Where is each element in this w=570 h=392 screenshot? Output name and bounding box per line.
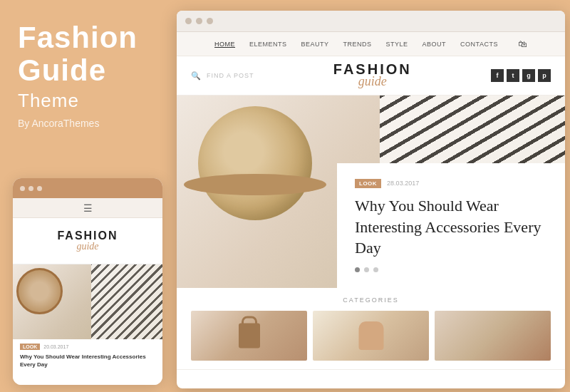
nav-style[interactable]: STYLE [386, 41, 408, 48]
desktop-dot-1 [185, 18, 192, 24]
mobile-logo-guide: guide [57, 241, 118, 252]
mobile-article-title: Why You Should Wear Interesting Accessor… [20, 353, 155, 368]
nav-about[interactable]: ABOUT [423, 41, 447, 48]
desktop-dot-2 [196, 18, 202, 24]
categories-grid [191, 311, 551, 361]
nav-contacts[interactable]: CONTACTS [460, 41, 498, 48]
mobile-logo: FASHION guide [57, 229, 118, 252]
search-icon[interactable]: 🔍 [191, 71, 201, 81]
hero-dots [355, 267, 547, 272]
app-title: Fashion Guide [18, 21, 159, 87]
hero-hat-decoration [198, 106, 312, 220]
categories-section: CATEGORIES [177, 288, 565, 370]
app-by: By AncoraThemes [18, 118, 159, 129]
desktop-header: 🔍 FIND A POST FASHION guide f t g p [177, 56, 565, 96]
desktop-dot-3 [207, 18, 213, 24]
app-subtitle: Theme [18, 90, 159, 112]
category-thumb-1[interactable] [191, 311, 307, 361]
mobile-dot-2 [28, 186, 33, 191]
mobile-stripe-fabric [91, 264, 162, 339]
mobile-look-badge: LOOK [20, 344, 40, 350]
title-line1: Fashion [18, 21, 138, 54]
hero-hat-brim [184, 174, 326, 195]
bag-icon [239, 324, 260, 349]
mobile-preview: ☰ FASHION guide LOOK 20.03.2017 Why You … [13, 178, 162, 385]
nav-elements[interactable]: ELEMENTS [249, 41, 287, 48]
header-logo: FASHION guide [333, 62, 412, 89]
mobile-article-meta: LOOK 20.03.2017 [20, 344, 155, 350]
hero-article-title: Why You Should Wear Interesting Accessor… [355, 195, 547, 259]
category-thumb-3[interactable] [435, 311, 551, 361]
category-thumb-2[interactable] [313, 311, 429, 361]
hero-slider: LOOK 28.03.2017 Why You Should Wear Inte… [177, 96, 565, 288]
mobile-dot-1 [20, 186, 25, 191]
hero-dot-3[interactable] [373, 267, 378, 272]
hero-meta: LOOK 28.03.2017 [355, 179, 547, 188]
desktop-preview: HOME ELEMENTS BEAUTY TRENDS STYLE ABOUT … [177, 11, 565, 388]
header-social: f t g p [491, 69, 551, 82]
social-twitter[interactable]: t [507, 69, 519, 82]
mobile-logo-area: FASHION guide [13, 218, 162, 264]
mobile-titlebar [13, 178, 162, 198]
cart-icon[interactable]: 🛍 [518, 38, 527, 49]
social-google[interactable]: g [522, 69, 535, 82]
nav-trends[interactable]: TRENDS [343, 41, 372, 48]
mobile-hat-decoration [16, 268, 63, 314]
hero-overlay-card: LOOK 28.03.2017 Why You Should Wear Inte… [337, 163, 565, 288]
nav-home[interactable]: HOME [214, 41, 235, 48]
mobile-article-preview: LOOK 20.03.2017 Why You Should Wear Inte… [13, 339, 162, 385]
hero-look-badge: LOOK [355, 179, 381, 188]
mobile-image-area [13, 264, 162, 339]
mobile-article-date: 20.03.2017 [43, 344, 68, 349]
title-line2: Guide [18, 53, 106, 87]
desktop-titlebar [177, 11, 565, 32]
left-panel: Fashion Guide Theme By AncoraThemes ☰ FA… [0, 0, 177, 392]
mobile-nav-bar: ☰ [13, 198, 162, 218]
search-placeholder: FIND A POST [207, 72, 254, 79]
social-pinterest[interactable]: p [538, 69, 551, 82]
desktop-nav: HOME ELEMENTS BEAUTY TRENDS STYLE ABOUT … [177, 32, 565, 56]
hand-icon [358, 321, 383, 350]
hero-date: 28.03.2017 [387, 180, 419, 187]
mobile-dot-3 [37, 186, 42, 191]
hero-dot-1[interactable] [355, 267, 360, 272]
hero-dot-2[interactable] [364, 267, 369, 272]
header-search[interactable]: 🔍 FIND A POST [191, 71, 254, 81]
hamburger-icon[interactable]: ☰ [83, 202, 93, 214]
nav-beauty[interactable]: BEAUTY [301, 41, 329, 48]
social-facebook[interactable]: f [491, 69, 504, 82]
categories-label: CATEGORIES [191, 296, 551, 304]
